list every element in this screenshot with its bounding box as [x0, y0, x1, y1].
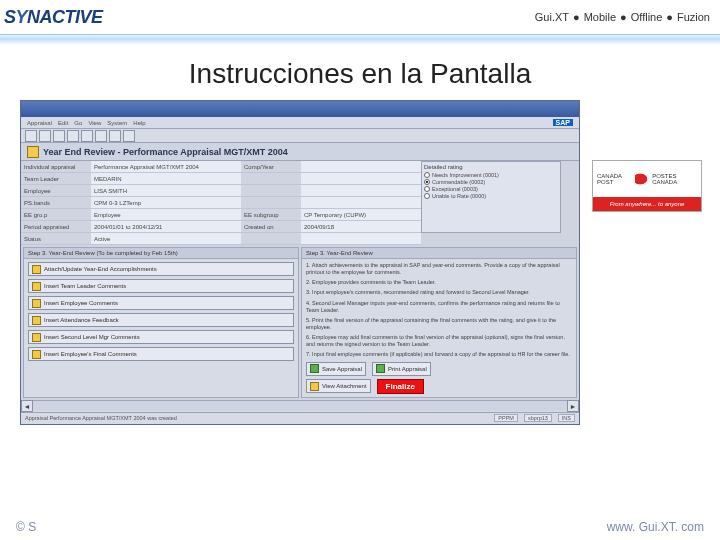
rating-option[interactable]: Unable to Rate (0000): [424, 193, 558, 199]
menu-system[interactable]: System: [107, 120, 127, 126]
radio-icon: [424, 179, 430, 185]
finalize-button[interactable]: Finalize: [377, 379, 424, 394]
instruction-text: 7. Input final employee comments (if app…: [306, 351, 572, 358]
sap-app-title-bar: Year End Review - Performance Appraisal …: [21, 143, 579, 161]
field-label: Created on: [241, 221, 301, 233]
save-appraisal-button[interactable]: Save Appraisal: [306, 362, 366, 376]
instruction-text: 2. Employee provides comments to the Tea…: [306, 279, 572, 286]
scroll-track[interactable]: [33, 401, 567, 411]
team-leader-comments-button[interactable]: Insert Team Leader Comments: [28, 279, 294, 293]
attach-accomplishments-button[interactable]: Attach/Update Year-End Accomplishments: [28, 262, 294, 276]
radio-icon: [424, 193, 430, 199]
field-value: 2004/09/18: [301, 221, 421, 233]
sap-logo: SAP: [553, 119, 573, 126]
attendance-feedback-button[interactable]: Insert Attendance Feedback: [28, 313, 294, 327]
field-value: CP Temporary (CUPW): [301, 209, 421, 221]
synactive-logo: SYNACTIVE: [4, 7, 103, 28]
field-value: CPM 0-3 LZTemp: [91, 197, 241, 209]
field-label: PS.bands: [21, 197, 91, 209]
steps-area: Step 3. Year-End Review (To be completed…: [21, 245, 579, 400]
menu-go[interactable]: Go: [74, 120, 82, 126]
field-value: [301, 173, 421, 185]
second-level-comments-button[interactable]: Insert Second Level Mgr Comments: [28, 330, 294, 344]
toolbar-button[interactable]: [53, 130, 65, 142]
field-value: Employee: [91, 209, 241, 221]
field-value: 2004/01/01 to 2004/12/31: [91, 221, 241, 233]
horizontal-scrollbar[interactable]: ◄ ►: [21, 400, 579, 412]
view-icon: [310, 382, 319, 391]
step-right: Step 3. Year-End Review 1. Attach achiev…: [301, 247, 577, 398]
slide-header: SYNACTIVE Gui.XT● Mobile● Offline● Fuzio…: [0, 0, 720, 34]
field-label: [241, 233, 301, 245]
sap-menubar: Appraisal Edit Go View System Help SAP: [21, 117, 579, 129]
step-left: Step 3. Year-End Review (To be completed…: [23, 247, 299, 398]
toolbar-button[interactable]: [109, 130, 121, 142]
field-label: [241, 185, 301, 197]
toolbar-button[interactable]: [39, 130, 51, 142]
canada-post-badge: CANADA POST POSTES CANADA From anywhere.…: [592, 160, 702, 212]
document-icon: [32, 316, 41, 325]
instruction-text: 1. Attach achievements to the appraisal …: [306, 262, 572, 276]
menu-help[interactable]: Help: [133, 120, 145, 126]
toolbar-button[interactable]: [81, 130, 93, 142]
cp-tagline: From anywhere... to anyone: [593, 197, 701, 211]
field-value: [301, 233, 421, 245]
radio-icon: [424, 186, 430, 192]
app-title: Year End Review - Performance Appraisal …: [43, 147, 288, 157]
rating-group: Detailed rating Needs Improvement (0001)…: [421, 161, 561, 233]
sap-window: Appraisal Edit Go View System Help SAP Y…: [20, 100, 580, 425]
status-message: Appraisal Performance Appraisal MGT/XMT …: [25, 415, 177, 421]
field-label: Employee: [21, 185, 91, 197]
canada-post-logo-icon: [635, 170, 653, 188]
document-icon: [32, 299, 41, 308]
slide-title: Instrucciones en la Pantalla: [0, 46, 720, 100]
menu-edit[interactable]: Edit: [58, 120, 68, 126]
field-label: Comp/Year: [241, 161, 301, 173]
field-value: LISA SMITH: [91, 185, 241, 197]
toolbar-button[interactable]: [95, 130, 107, 142]
menu-view[interactable]: View: [88, 120, 101, 126]
status-bar: Appraisal Performance Appraisal MGT/XMT …: [21, 412, 579, 424]
document-icon: [32, 265, 41, 274]
instruction-text: 3. Input employee's comments, recommende…: [306, 289, 572, 296]
document-icon: [32, 350, 41, 359]
status-segment: sbprp13: [524, 414, 552, 422]
final-comments-button[interactable]: Insert Employee's Final Comments: [28, 347, 294, 361]
appraisal-fields: Individual appraisal Performance Apprais…: [21, 161, 579, 245]
document-icon: [32, 282, 41, 291]
view-attachment-button[interactable]: View Attachment: [306, 379, 371, 393]
print-appraisal-button[interactable]: Print Appraisal: [372, 362, 431, 376]
toolbar-button[interactable]: [67, 130, 79, 142]
rating-option[interactable]: Needs Improvement (0001): [424, 172, 558, 178]
field-label: [241, 173, 301, 185]
header-wave: [0, 34, 720, 46]
toolbar-button[interactable]: [25, 130, 37, 142]
sap-toolbar: [21, 129, 579, 143]
save-icon: [310, 364, 319, 373]
field-value: Performance Appraisal MGT/XMT 2004: [91, 161, 241, 173]
field-value: [301, 197, 421, 209]
product-nav: Gui.XT● Mobile● Offline● Fuzion: [535, 11, 710, 23]
toolbar-button[interactable]: [123, 130, 135, 142]
employee-comments-button[interactable]: Insert Employee Comments: [28, 296, 294, 310]
rating-option[interactable]: Exceptional (0003): [424, 186, 558, 192]
scroll-right-icon[interactable]: ►: [567, 400, 579, 412]
instruction-text: 4. Second Level Manager inputs year-end …: [306, 300, 572, 314]
step-header: Step 3. Year-End Review (To be completed…: [24, 248, 298, 259]
step-header: Step 3. Year-End Review: [302, 248, 576, 259]
field-label: EE subgroup: [241, 209, 301, 221]
scroll-left-icon[interactable]: ◄: [21, 400, 33, 412]
rating-option[interactable]: Commendable (0002): [424, 179, 558, 185]
slide-footer: © S www. Gui.XT. com: [0, 520, 720, 534]
field-label: Team Leader: [21, 173, 91, 185]
instruction-text: 5. Print the final version of the apprai…: [306, 317, 572, 331]
radio-icon: [424, 172, 430, 178]
field-value: MEDARIN: [91, 173, 241, 185]
document-icon: [32, 333, 41, 342]
cp-left-text: CANADA POST: [597, 173, 635, 185]
field-label: [241, 197, 301, 209]
field-label: EE gro.p: [21, 209, 91, 221]
menu-appraisal[interactable]: Appraisal: [27, 120, 52, 126]
footer-url: www. Gui.XT. com: [607, 520, 704, 534]
field-value: [301, 185, 421, 197]
